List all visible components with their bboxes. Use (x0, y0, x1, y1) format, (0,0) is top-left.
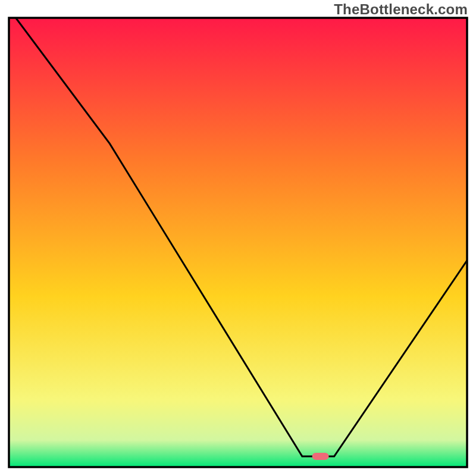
watermark-label: TheBottleneck.com (334, 1, 468, 18)
bottleneck-chart (0, 0, 476, 476)
chart-container: TheBottleneck.com (0, 0, 476, 476)
optimum-marker (312, 453, 329, 460)
gradient-background (9, 18, 467, 467)
